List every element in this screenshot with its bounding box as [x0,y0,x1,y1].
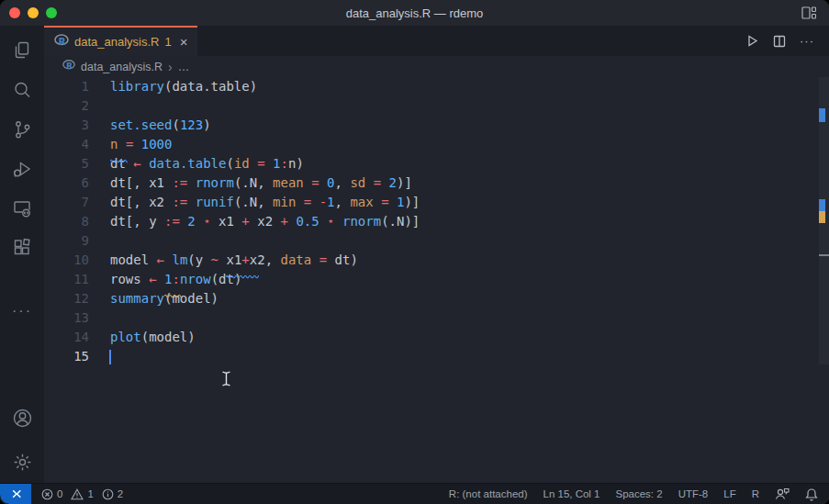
run-file-icon[interactable] [745,34,759,48]
line-number: 14 [44,328,89,347]
status-item[interactable]: R: (not attached) [449,488,528,499]
line-number: 13 [44,308,89,328]
line-number: 4 [44,135,89,154]
settings-gear-icon[interactable] [11,451,33,473]
code-line[interactable]: 8dt[, y := 2 ⋆ x1 + x2 + 0.5 ⋆ rnorm(.N)… [44,212,829,231]
line-number: 7 [44,193,89,212]
feedback-icon[interactable] [775,487,790,500]
code-text: dt[, y := 2 ⋆ x1 + x2 + 0.5 ⋆ rnorm(.N)] [110,212,420,231]
info-count: 2 [118,488,123,499]
line-number: 12 [44,289,89,308]
close-window-button[interactable] [9,7,20,18]
status-bar-right: R: (not attached)Ln 15, Col 1Spaces: 2UT… [449,487,829,501]
code-text: rows ← 1:nrow(dt) [110,270,241,289]
window-controls [9,7,57,18]
code-line[interactable]: 6dt[, x1 := rnorm(.N, mean = 0, sd = 2)] [44,174,829,193]
breadcrumb-symbol[interactable]: … [178,61,190,73]
status-item[interactable]: Spaces: 2 [616,488,663,499]
line-number: 11 [44,270,89,289]
code-text: dt[, x2 := runif(.N, min = -1, max = 1)] [110,193,420,212]
line-number: 9 [44,231,89,251]
code-line[interactable]: 12summary(model) [44,289,829,308]
info-icon [102,488,114,500]
overview-diagnostic-mark [819,199,825,211]
code-text: model ← lm(y ~ x1+x2, data = dt) [110,251,358,270]
line-number: 1 [44,77,89,96]
editor-actions: ··· [745,26,829,56]
tab-data-analysis[interactable]: R data_analysis.R 1 × [44,26,197,56]
tab-label: data_analysis.R [74,35,160,49]
code-text: set.seed(123) [110,116,211,135]
zoom-window-button[interactable] [46,7,57,18]
run-and-debug-icon[interactable] [11,158,33,180]
split-editor-icon[interactable] [773,35,786,48]
title-bar: data_analysis.R — rdemo [0,0,829,27]
warning-count: 1 [87,488,93,499]
status-bar: 0 1 2 R: (not attached)Ln 15, Col 1Space… [0,483,829,504]
status-item[interactable]: LF [723,488,735,499]
code-text: dt ← data.table(id = 1:n) [110,154,304,174]
line-number: 8 [44,212,89,231]
customize-layout-icon[interactable] [801,6,816,23]
code-line[interactable]: 5dt ← data.table(id = 1:n) [44,154,829,174]
status-item[interactable]: UTF-8 [678,488,709,499]
remote-indicator[interactable] [0,484,31,504]
status-item[interactable]: Ln 15, Col 1 [543,488,600,499]
code-line[interactable]: 7dt[, x2 := runif(.N, min = -1, max = 1)… [44,193,829,212]
additional-views-icon[interactable]: ··· [11,300,33,322]
window-title: data_analysis.R — rdemo [0,6,829,20]
activity-bar: ··· [0,26,45,484]
line-number: 3 [44,116,89,135]
explorer-icon[interactable] [11,39,33,62]
line-number: 6 [44,174,89,193]
overview-cursor-mark [819,254,829,256]
line-number: 15 [44,347,89,366]
overview-diagnostic-mark [819,108,825,122]
overview-ruler-scrollbar[interactable] [819,77,829,364]
code-text: library(data.table) [110,77,257,96]
accounts-icon[interactable] [11,407,33,429]
minimize-window-button[interactable] [28,7,39,18]
error-count: 0 [57,488,62,499]
r-file-icon: R [54,33,69,51]
code-line[interactable]: 3set.seed(123) [44,116,829,135]
r-file-icon: R [62,59,75,74]
line-number: 2 [44,96,89,116]
tab-close-icon[interactable]: × [180,35,188,49]
notifications-bell-icon[interactable] [805,487,818,501]
line-number: 5 [44,154,89,174]
text-cursor [109,350,111,364]
search-icon[interactable] [11,79,33,101]
extensions-icon[interactable] [11,237,33,259]
status-item[interactable]: R [752,488,759,499]
warning-icon [71,488,84,500]
code-text: summary(model) [110,289,218,308]
code-line[interactable]: 4n = 1000 [44,135,829,154]
code-line[interactable]: 13 [44,308,829,328]
more-actions-icon[interactable]: ··· [800,34,814,48]
code-line[interactable]: 14plot(model) [44,328,829,347]
breadcrumb: R data_analysis.R › … [44,56,829,77]
code-line[interactable]: 9 [44,231,829,251]
code-line[interactable]: 11rows ← 1:nrow(dt) [44,270,829,289]
code-text: n = 1000 [110,135,172,154]
svg-text:R: R [66,61,73,71]
source-control-icon[interactable] [11,118,33,140]
vscode-window: data_analysis.R — rdemo [0,0,829,504]
tab-dirty-badge: 1 [165,35,172,49]
code-line[interactable]: 10model ← lm(y ~ x1+x2, data = dt) [44,251,829,270]
problems-status[interactable]: 0 1 2 [41,488,128,500]
svg-text:R: R [59,36,66,47]
code-line[interactable]: 15 [44,347,829,366]
overview-diagnostic-mark [819,211,825,223]
line-number: 10 [44,251,89,270]
code-text: dt[, x1 := rnorm(.N, mean = 0, sd = 2)] [110,174,412,193]
breadcrumb-separator: › [168,60,173,74]
breadcrumb-file[interactable]: data_analysis.R [81,61,162,73]
tab-bar: R data_analysis.R 1 × [44,26,829,56]
error-icon [41,488,53,500]
code-line[interactable]: 2 [44,96,829,116]
code-line[interactable]: 1library(data.table) [44,77,829,96]
remote-explorer-icon[interactable] [11,197,33,219]
code-editor[interactable]: 1library(data.table)23set.seed(123)4n = … [44,77,829,484]
